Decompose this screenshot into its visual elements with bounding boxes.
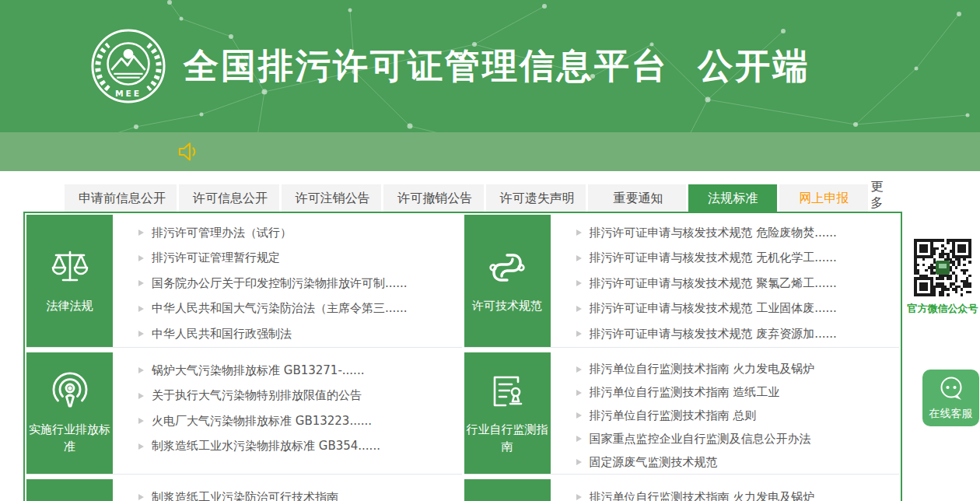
- knot-icon: [487, 247, 527, 288]
- section-cell: 制浆造纸工业污染防治可行技术指南: [26, 479, 462, 501]
- section-title: 行业自行监测指南: [467, 422, 548, 456]
- tab-5[interactable]: 重要通知: [588, 184, 686, 212]
- section-title: 许可技术规范: [472, 298, 542, 315]
- section-cell: 实施行业排放标准锅炉大气污染物排放标准 GB13271-......关于执行大气…: [26, 352, 462, 475]
- triangle-bullet-icon: [576, 390, 582, 396]
- section-title: 实施行业排放标准: [29, 422, 110, 456]
- doc-link[interactable]: 排污单位自行监测技术指南 火力发电及锅炉: [576, 485, 895, 501]
- speaker-icon: [177, 142, 199, 162]
- doc-link-text: 制浆造纸工业污染防治可行技术指南: [152, 490, 338, 501]
- section-cell: 法律法规排污许可管理办法（试行）排污许可证管理暂行规定国务院办公厅关于印发控制污…: [26, 215, 462, 348]
- doc-link-text: 国务院办公厅关于印发控制污染物排放许可制......: [152, 276, 408, 291]
- doc-link-text: 制浆造纸工业水污染物排放标准 GB354......: [152, 439, 380, 454]
- page: MEE 全国排污许可证管理信息平台 公开端 申请前信息公开许可信息公开许可注销公…: [0, 0, 980, 501]
- doc-link[interactable]: 排污单位自行监测技术指南 火力发电及锅炉: [576, 358, 895, 381]
- triangle-bullet-icon: [576, 366, 582, 373]
- section-header[interactable]: 实施行业排放标准: [26, 352, 113, 474]
- tab-3[interactable]: 许可撤销公告: [383, 184, 484, 212]
- triangle-bullet-icon: [576, 412, 582, 419]
- content-panel: 法律法规排污许可管理办法（试行）排污许可证管理暂行规定国务院办公厅关于印发控制污…: [23, 212, 902, 501]
- scale-icon: [50, 247, 90, 288]
- triangle-bullet-icon: [576, 229, 582, 236]
- triangle-bullet-icon: [576, 280, 582, 286]
- doc-link[interactable]: 制浆造纸工业水污染物排放标准 GB354......: [138, 434, 457, 460]
- doc-link-text: 排污许可证申请与核发技术规范 工业固体废......: [590, 301, 837, 316]
- section-header[interactable]: 法律法规: [26, 215, 113, 347]
- section-cell: 许可技术规范排污许可证申请与核发技术规范 危险废物焚......排污许可证申请与…: [464, 215, 900, 348]
- doc-link-text: 排污许可管理办法（试行）: [152, 226, 292, 240]
- doc-link[interactable]: 中华人民共和国大气污染防治法（主席令第三......: [138, 296, 457, 322]
- doc-link-text: 固定源废气监测技术规范: [590, 455, 718, 470]
- service-label: 在线客服: [929, 407, 973, 421]
- doc-link-text: 关于执行大气污染物特别排放限值的公告: [152, 388, 362, 403]
- doc-link-text: 排污许可证申请与核发技术规范 无机化学工......: [590, 250, 837, 265]
- online-service-button[interactable]: 在线客服: [922, 370, 979, 426]
- doc-link[interactable]: 排污许可证管理暂行规定: [138, 246, 457, 272]
- chat-bubble-icon: [937, 376, 965, 402]
- doc-list: 排污单位自行监测技术指南 火力发电及锅炉排污单位自行监测技术指南 造纸工业排污单…: [551, 352, 900, 474]
- doc-link-text: 排污许可证申请与核发技术规范 危险废物焚......: [590, 226, 837, 240]
- triangle-bullet-icon: [138, 367, 144, 373]
- doc-link[interactable]: 排污许可证申请与核发技术规范 聚氯乙烯工......: [576, 271, 895, 296]
- qr-label: 官方微信公众号: [907, 302, 978, 316]
- triangle-bullet-icon: [138, 331, 144, 337]
- doc-link[interactable]: 锅炉大气污染物排放标准 GB13271-......: [138, 358, 457, 384]
- doc-link-text: 排污单位自行监测技术指南 总则: [590, 408, 757, 423]
- triangle-bullet-icon: [138, 494, 144, 500]
- doc-link[interactable]: 排污许可证申请与核发技术规范 危险废物焚......: [576, 220, 895, 246]
- doc-link[interactable]: 火电厂大气污染物排放标准 GB13223......: [138, 408, 457, 434]
- announcement-bar: [0, 132, 980, 171]
- doc-link-text: 国家重点监控企业自行监测及信息公开办法: [590, 432, 811, 447]
- doc-link[interactable]: 制浆造纸工业污染防治可行技术指南: [138, 485, 457, 501]
- tab-bar: 申请前信息公开许可信息公开许可注销公告许可撤销公告许可遗失声明重要通知法规标准网…: [65, 184, 902, 212]
- triangle-bullet-icon: [138, 443, 144, 450]
- broadcast-icon: [50, 371, 90, 412]
- section-cell: 排污单位自行监测技术指南 火力发电及锅炉: [464, 479, 900, 501]
- content-grid: 法律法规排污许可管理办法（试行）排污许可证管理暂行规定国务院办公厅关于印发控制污…: [26, 215, 899, 501]
- tab-7[interactable]: 网上申报: [779, 184, 868, 212]
- doc-link[interactable]: 国家重点监控企业自行监测及信息公开办法: [576, 427, 895, 450]
- doc-link[interactable]: 排污许可证申请与核发技术规范 废弃资源加......: [576, 321, 895, 347]
- doc-link[interactable]: 国务院办公厅关于印发控制污染物排放许可制......: [138, 271, 457, 296]
- triangle-bullet-icon: [576, 255, 582, 261]
- doc-link-text: 排污许可证管理暂行规定: [152, 250, 280, 265]
- triangle-bullet-icon: [576, 436, 582, 442]
- tab-0[interactable]: 申请前信息公开: [65, 184, 177, 212]
- qrcode-image: [914, 239, 971, 296]
- tab-6[interactable]: 法规标准: [688, 184, 777, 212]
- triangle-bullet-icon: [138, 255, 144, 261]
- doc-link-text: 排污单位自行监测技术指南 火力发电及锅炉: [590, 362, 815, 377]
- section-header[interactable]: 行业自行监测指南: [464, 352, 551, 474]
- doc-link[interactable]: 固定源废气监测技术规范: [576, 450, 895, 474]
- doc-link-text: 排污许可证申请与核发技术规范 废弃资源加......: [590, 327, 837, 342]
- mee-logo-icon: MEE: [90, 28, 166, 104]
- triangle-bullet-icon: [138, 418, 144, 424]
- wechat-qr-block: 官方微信公众号: [907, 239, 978, 316]
- triangle-bullet-icon: [138, 229, 144, 236]
- doc-link-text: 中华人民共和国行政强制法: [152, 327, 292, 342]
- doc-link[interactable]: 排污许可证申请与核发技术规范 工业固体废......: [576, 296, 895, 322]
- site-title: 全国排污许可证管理信息平台 公开端: [184, 43, 810, 89]
- doc-list: 排污单位自行监测技术指南 火力发电及锅炉: [551, 479, 900, 501]
- triangle-bullet-icon: [138, 306, 144, 312]
- doc-link[interactable]: 排污许可管理办法（试行）: [138, 220, 457, 246]
- doc-link-text: 排污许可证申请与核发技术规范 聚氯乙烯工......: [590, 276, 837, 291]
- triangle-bullet-icon: [576, 306, 582, 312]
- doc-link[interactable]: 排污单位自行监测技术指南 总则: [576, 405, 895, 428]
- tab-1[interactable]: 许可信息公开: [179, 184, 279, 212]
- doc-link-text: 锅炉大气污染物排放标准 GB13271-......: [152, 363, 364, 378]
- triangle-bullet-icon: [576, 459, 582, 465]
- triangle-bullet-icon: [576, 494, 582, 500]
- section-header[interactable]: 许可技术规范: [464, 215, 551, 347]
- tab-4[interactable]: 许可遗失声明: [486, 184, 586, 212]
- doc-link[interactable]: 排污许可证申请与核发技术规范 无机化学工......: [576, 246, 895, 272]
- tab-2[interactable]: 许可注销公告: [282, 184, 382, 212]
- doc-link-text: 中华人民共和国大气污染防治法（主席令第三......: [152, 301, 408, 316]
- doc-link[interactable]: 中华人民共和国行政强制法: [138, 321, 457, 347]
- section-header[interactable]: [464, 479, 551, 501]
- doc-link[interactable]: 排污单位自行监测技术指南 造纸工业: [576, 381, 895, 405]
- more-link[interactable]: 更多: [870, 179, 902, 212]
- triangle-bullet-icon: [138, 280, 144, 286]
- doc-link[interactable]: 关于执行大气污染物特别排放限值的公告: [138, 384, 457, 409]
- section-header[interactable]: [26, 479, 113, 501]
